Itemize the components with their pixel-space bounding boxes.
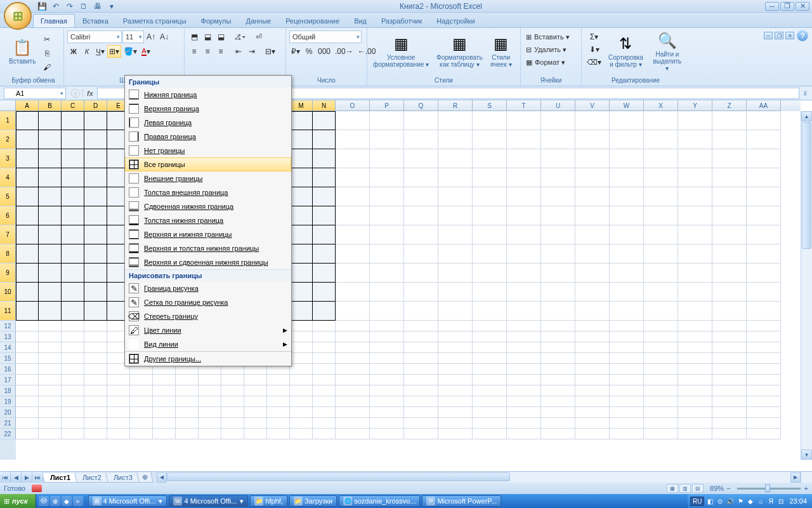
row-header[interactable]: 13: [0, 331, 16, 342]
cell[interactable]: [62, 418, 84, 429]
cell[interactable]: [16, 418, 39, 429]
cell-styles-button[interactable]: ▦Стили ячеек ▾: [488, 30, 514, 72]
cell[interactable]: [39, 321, 62, 331]
row-header[interactable]: 9: [0, 264, 16, 283]
tab-formulas[interactable]: Формулы: [194, 15, 239, 27]
tray-icon-7[interactable]: Я: [766, 497, 775, 505]
cell[interactable]: [313, 407, 336, 418]
tab-review[interactable]: Рецензирование: [278, 15, 346, 27]
cell[interactable]: [290, 264, 313, 283]
cell[interactable]: [84, 385, 107, 396]
border-right-item[interactable]: Правая граница: [125, 130, 291, 144]
cell[interactable]: [62, 149, 84, 168]
column-header[interactable]: V: [575, 100, 610, 111]
fill-button[interactable]: ⬇▾: [585, 43, 603, 56]
cell[interactable]: [370, 206, 404, 225]
cell[interactable]: [404, 331, 438, 342]
cell[interactable]: [575, 283, 610, 302]
ql-icon-4[interactable]: »: [73, 496, 83, 506]
cell[interactable]: [712, 206, 747, 225]
zoom-level[interactable]: 89%: [710, 485, 724, 492]
cell[interactable]: [610, 342, 644, 353]
cell[interactable]: [473, 283, 507, 302]
cell[interactable]: [507, 168, 541, 187]
cell[interactable]: [507, 187, 541, 206]
sort-filter-button[interactable]: ⇅Сортировка и фильтр ▾: [606, 30, 646, 72]
column-header[interactable]: U: [541, 100, 575, 111]
cell[interactable]: [541, 375, 575, 385]
cell[interactable]: [199, 407, 221, 418]
cell[interactable]: [610, 206, 644, 225]
cell[interactable]: [313, 331, 336, 342]
cell[interactable]: [438, 342, 473, 353]
cell[interactable]: [290, 168, 313, 187]
cell[interactable]: [644, 364, 678, 375]
cell[interactable]: [747, 396, 781, 407]
more-borders-item[interactable]: Другие границы...: [125, 352, 291, 366]
cell[interactable]: [541, 130, 575, 149]
cell[interactable]: [438, 396, 473, 407]
cell[interactable]: [507, 321, 541, 331]
cell[interactable]: [313, 385, 336, 396]
sheet-nav-first[interactable]: ⏮: [0, 472, 11, 483]
cell[interactable]: [610, 418, 644, 429]
cell[interactable]: [747, 130, 781, 149]
cell[interactable]: [712, 331, 747, 342]
zoom-in-button[interactable]: +: [804, 485, 808, 492]
cell[interactable]: [16, 302, 39, 321]
orientation-button[interactable]: ⦨▾: [232, 30, 247, 43]
cell[interactable]: [610, 396, 644, 407]
row-header[interactable]: 11: [0, 302, 16, 321]
print-icon[interactable]: 🖶: [93, 1, 103, 11]
cell[interactable]: [473, 244, 507, 264]
cell[interactable]: [404, 244, 438, 264]
border-bottom-item[interactable]: Нижняя граница: [125, 88, 291, 102]
scroll-down-button[interactable]: ▼: [801, 450, 812, 460]
border-outside-item[interactable]: Внешние границы: [125, 171, 291, 185]
column-header[interactable]: B: [39, 100, 62, 111]
cell[interactable]: [62, 375, 84, 385]
cell[interactable]: [507, 225, 541, 244]
cell[interactable]: [712, 264, 747, 283]
cell[interactable]: [507, 407, 541, 418]
cell[interactable]: [62, 385, 84, 396]
cell[interactable]: [438, 264, 473, 283]
delete-cells-button[interactable]: ⊟Удалить ▾: [524, 43, 580, 56]
column-header[interactable]: D: [84, 100, 107, 111]
cell[interactable]: [507, 111, 541, 130]
cell[interactable]: [678, 375, 712, 385]
cell[interactable]: [747, 429, 781, 439]
cell[interactable]: [438, 225, 473, 244]
cell[interactable]: [244, 407, 267, 418]
cell[interactable]: [404, 130, 438, 149]
cell[interactable]: [336, 225, 370, 244]
tab-data[interactable]: Данные: [239, 15, 278, 27]
cell[interactable]: [404, 364, 438, 375]
cancel-formula-icon[interactable]: ○: [71, 89, 80, 98]
column-header[interactable]: X: [644, 100, 678, 111]
row-header[interactable]: 22: [0, 429, 16, 439]
page-break-view-button[interactable]: ▤: [692, 484, 704, 493]
row-header[interactable]: 3: [0, 149, 16, 168]
qat-more-icon[interactable]: ▾: [107, 1, 117, 11]
tray-icon-8[interactable]: ⊡: [776, 497, 785, 505]
workbook-close[interactable]: ✕: [785, 32, 794, 39]
cell[interactable]: [712, 187, 747, 206]
format-painter-button[interactable]: 🖌: [41, 61, 53, 74]
cell[interactable]: [370, 130, 404, 149]
cell[interactable]: [290, 342, 313, 353]
font-name-combo[interactable]: Calibri: [67, 30, 122, 43]
cell[interactable]: [16, 364, 39, 375]
cell[interactable]: [176, 418, 199, 429]
cell[interactable]: [404, 321, 438, 331]
cell[interactable]: [541, 206, 575, 225]
cell[interactable]: [290, 385, 313, 396]
row-header[interactable]: 15: [0, 353, 16, 364]
cell[interactable]: [16, 225, 39, 244]
cell[interactable]: [644, 225, 678, 244]
cell[interactable]: [575, 342, 610, 353]
vertical-scrollbar[interactable]: ▲ ▼: [801, 111, 812, 460]
cell[interactable]: [313, 302, 336, 321]
cell[interactable]: [290, 302, 313, 321]
cell[interactable]: [507, 396, 541, 407]
